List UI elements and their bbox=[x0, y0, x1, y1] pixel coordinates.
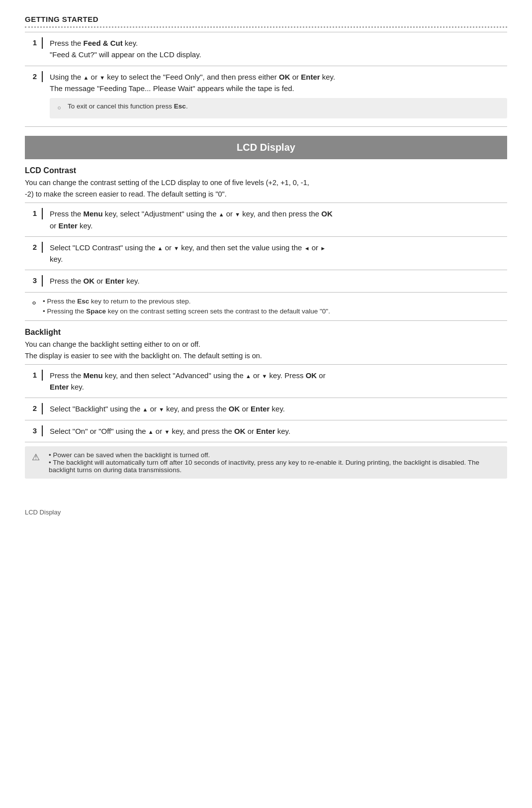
step1-line2: "Feed & Cut?" will appear on the LCD dis… bbox=[50, 50, 201, 59]
lcs1-t1: Press the bbox=[50, 209, 84, 218]
lcs2-key: key. bbox=[50, 255, 63, 263]
bls1-ok: OK bbox=[306, 371, 317, 380]
step1-text-after: key. bbox=[123, 39, 138, 47]
arrow-up-lcs2 bbox=[158, 243, 163, 252]
lcd-section-header: LCD Display bbox=[25, 136, 507, 159]
bls3-ok: OK bbox=[234, 427, 246, 435]
warning-icon: ⚠ bbox=[32, 451, 44, 463]
bls2-key: key. bbox=[269, 404, 285, 413]
step2-or2: or bbox=[290, 73, 301, 81]
step2-line2: The message "Feeding Tape... Please Wait… bbox=[50, 84, 294, 93]
lcd-contrast-section: LCD Contrast You can change the contrast… bbox=[25, 166, 507, 321]
tip1-esc: Esc bbox=[77, 298, 89, 305]
step1-bold: Feed & Cut bbox=[84, 39, 123, 47]
lcd-contrast-step1: 1 Press the Menu key, select "Adjustment… bbox=[25, 203, 507, 237]
lcd-contrast-step3: 3 Press the OK or Enter key. bbox=[25, 270, 507, 292]
tip2-before: • Pressing the bbox=[43, 307, 86, 315]
bls1-enter: Enter bbox=[50, 383, 69, 391]
bl-step1-content: Press the Menu key, and then select "Adv… bbox=[50, 370, 507, 393]
getting-started-section: GETTING STARTED 1 Press the Feed & Cut k… bbox=[25, 15, 507, 127]
backlight-desc: You can change the backlight setting eit… bbox=[25, 339, 507, 361]
bls2-ok: OK bbox=[229, 404, 240, 413]
bls1-key: key. bbox=[69, 383, 84, 391]
backlight-title: Backlight bbox=[25, 328, 507, 337]
lcs1-enter: Enter bbox=[59, 221, 78, 230]
bls1-t1: Press the bbox=[50, 371, 84, 380]
bls2-or2: or bbox=[240, 404, 251, 413]
bls1-t2: key, and then select "Advanced" using th… bbox=[103, 371, 246, 380]
lcd-step1-content: Press the Menu key, select "Adjustment" … bbox=[50, 208, 507, 231]
tip1-before: • Press the bbox=[43, 298, 77, 305]
arrow-down-bls1 bbox=[262, 371, 267, 380]
step2-text-mid: key to select the "Feed Only", and then … bbox=[105, 73, 279, 81]
lcs1-t3: key, and then press the bbox=[240, 209, 321, 218]
arrow-left-lcs2 bbox=[304, 243, 310, 252]
lcd-step-num-2: 2 bbox=[25, 242, 43, 253]
tip1-after: key to return to the previous step. bbox=[89, 298, 190, 305]
bls3-t1: Select "On" or "Off" using the bbox=[50, 427, 148, 435]
bls1-t3: key. Press bbox=[267, 371, 305, 380]
tip-icon-lcd: ⚬ bbox=[25, 297, 43, 308]
arrow-up-lcs1 bbox=[219, 209, 224, 218]
tip2-after: key on the contrast setting screen sets … bbox=[106, 307, 330, 315]
arrow-up-bls2 bbox=[143, 404, 148, 413]
step2-or1: or bbox=[89, 73, 99, 81]
lcs1-or: or bbox=[224, 209, 235, 218]
warning-line1: • Power can be saved when the backlight … bbox=[49, 451, 210, 459]
lcd-step2-content: Select "LCD Contrast" using the or key, … bbox=[50, 242, 507, 265]
step2-bold1: OK bbox=[279, 73, 290, 81]
arrow-down-lcs1 bbox=[235, 209, 240, 218]
arrow-down-icon-s2 bbox=[99, 73, 105, 81]
lcs2-t3: key, and then set the value using the bbox=[179, 243, 304, 252]
lcd-step3-content: Press the OK or Enter key. bbox=[50, 275, 507, 287]
lcs3-t1: Press the bbox=[50, 277, 84, 285]
tip-text: To exit or cancel this function press Es… bbox=[68, 101, 188, 112]
page-footer: LCD Display bbox=[25, 508, 507, 516]
lcs1-t2: key, select "Adjustment" using the bbox=[103, 209, 219, 218]
warning-line2: • The backlight will automatically turn … bbox=[49, 459, 479, 474]
bls3-key: key. bbox=[275, 427, 291, 435]
getting-started-title: GETTING STARTED bbox=[25, 15, 507, 23]
lcs3-key: key. bbox=[124, 277, 140, 285]
bls3-or2: or bbox=[246, 427, 257, 435]
getting-started-step1: 1 Press the Feed & Cut key. "Feed & Cut?… bbox=[25, 32, 507, 66]
tip-lightbulb-icon: ⚬ bbox=[56, 101, 63, 115]
arrow-down-bls3 bbox=[164, 427, 170, 435]
arrow-up-bls1 bbox=[246, 371, 251, 380]
bls1-menu: Menu bbox=[84, 371, 103, 380]
lcs3-or: or bbox=[94, 277, 105, 285]
getting-started-step2: 2 Using the or key to select the "Feed O… bbox=[25, 66, 507, 127]
lcd-contrast-desc: You can change the contrast setting of t… bbox=[25, 177, 507, 200]
lcs2-t1: Select "LCD Contrast" using the bbox=[50, 243, 158, 252]
bls3-or: or bbox=[154, 427, 165, 435]
bls2-t3: key, and press the bbox=[164, 404, 229, 413]
step2-text-before: Using the bbox=[50, 73, 84, 81]
bls2-or: or bbox=[148, 404, 159, 413]
lcd-contrast-tips-row: ⚬ • Press the Esc key to return to the p… bbox=[25, 293, 507, 321]
lcd-step-num-3: 3 bbox=[25, 275, 43, 287]
lcs2-or: or bbox=[163, 243, 174, 252]
backlight-warning-box: ⚠ • Power can be saved when the backligh… bbox=[25, 446, 507, 479]
backlight-step2: 2 Select "Backlight" using the or key, a… bbox=[25, 398, 507, 420]
step2-content: Using the or key to select the "Feed Onl… bbox=[50, 71, 507, 122]
arrow-down-lcs2 bbox=[174, 243, 179, 252]
bl-step-num-3: 3 bbox=[25, 425, 43, 437]
lcs3-ok: OK bbox=[84, 277, 95, 285]
lcs1-key: key. bbox=[78, 221, 93, 230]
bls1-or2: or bbox=[317, 371, 326, 380]
step-number-2: 2 bbox=[25, 71, 43, 83]
step2-text-after: key. bbox=[320, 73, 336, 81]
lcs1-bold1: Menu bbox=[84, 209, 103, 218]
lcs1-ok: OK bbox=[321, 209, 333, 218]
backlight-step3: 3 Select "On" or "Off" using the or key,… bbox=[25, 420, 507, 442]
lcs2-or2: or bbox=[310, 243, 321, 252]
arrow-up-bls3 bbox=[148, 427, 154, 435]
bls2-enter: Enter bbox=[251, 404, 269, 413]
arrow-up-icon-s2 bbox=[84, 73, 89, 81]
lcd-tips-content: • Press the Esc key to return to the pre… bbox=[43, 297, 507, 317]
bls1-or: or bbox=[251, 371, 262, 380]
lcs1-or2: or bbox=[50, 221, 59, 230]
backlight-section: Backlight You can change the backlight s… bbox=[25, 328, 507, 479]
bl-step-num-2: 2 bbox=[25, 403, 43, 414]
lcd-contrast-step2: 2 Select "LCD Contrast" using the or key… bbox=[25, 237, 507, 271]
